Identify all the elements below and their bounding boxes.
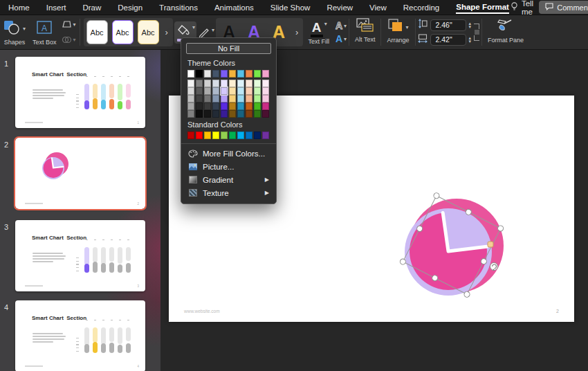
no-fill-button[interactable]: No Fill xyxy=(186,43,271,54)
theme-tint-swatch[interactable] xyxy=(187,87,194,95)
theme-tint-swatch[interactable] xyxy=(237,80,244,87)
standard-color-swatch[interactable] xyxy=(246,132,252,139)
theme-tint-swatch[interactable] xyxy=(204,80,211,87)
theme-tint-swatch[interactable] xyxy=(221,95,228,102)
text-effects-button[interactable]: A ▾ xyxy=(336,34,347,44)
theme-tint-swatch[interactable] xyxy=(229,102,236,110)
theme-tint-swatch[interactable] xyxy=(196,80,203,87)
slide-thumbnail-2[interactable]: 2 xyxy=(15,138,145,209)
theme-tint-swatch[interactable] xyxy=(262,95,269,102)
theme-tint-swatch[interactable] xyxy=(229,95,236,102)
theme-tint-swatch[interactable] xyxy=(212,110,219,118)
theme-tint-swatch[interactable] xyxy=(237,102,244,110)
tell-me-button[interactable]: Tell me xyxy=(511,0,533,16)
menu-tab-view[interactable]: View xyxy=(369,1,387,13)
theme-tint-swatch[interactable] xyxy=(246,80,252,87)
standard-color-swatch[interactable] xyxy=(212,132,219,139)
theme-color-swatch[interactable] xyxy=(254,70,261,78)
standard-color-swatch[interactable] xyxy=(254,132,261,139)
arrange-button[interactable]: ▾ Arrange xyxy=(383,15,412,49)
standard-color-swatch[interactable] xyxy=(237,132,244,139)
menu-tab-shape-format[interactable]: Shape Format xyxy=(456,1,509,14)
edit-shape-button[interactable]: ▾ xyxy=(62,19,76,31)
theme-tint-swatch[interactable] xyxy=(246,87,252,95)
theme-tint-swatch[interactable] xyxy=(212,95,219,102)
adjustment-handle[interactable] xyxy=(488,242,493,247)
theme-tint-swatch[interactable] xyxy=(262,110,269,118)
theme-tint-swatch[interactable] xyxy=(254,80,261,87)
theme-tint-swatch[interactable] xyxy=(229,87,236,95)
text-outline-button[interactable]: A ▾ xyxy=(336,21,347,30)
theme-tint-swatch[interactable] xyxy=(221,102,228,110)
theme-tint-swatch[interactable] xyxy=(196,110,203,118)
theme-tint-swatch[interactable] xyxy=(237,95,244,102)
shape-style-preset-1[interactable]: Abc xyxy=(86,20,108,44)
theme-tint-swatch[interactable] xyxy=(204,110,211,118)
lock-aspect-ratio-button[interactable] xyxy=(474,24,479,41)
merge-shapes-button[interactable]: ▾ xyxy=(62,34,76,46)
format-pane-button[interactable]: Format Pane xyxy=(484,15,527,49)
theme-tint-swatch[interactable] xyxy=(204,95,211,102)
theme-tint-swatch[interactable] xyxy=(237,110,244,118)
gallery-expand-icon[interactable]: › xyxy=(163,27,170,37)
alt-text-button[interactable]: Alt Text xyxy=(351,15,378,49)
theme-tint-swatch[interactable] xyxy=(204,87,211,95)
standard-color-swatch[interactable] xyxy=(262,132,269,139)
fill-menu-item-picture[interactable]: Picture... xyxy=(181,160,276,173)
fill-menu-item-more-fill-colors[interactable]: More Fill Colors... xyxy=(181,147,276,160)
theme-tint-swatch[interactable] xyxy=(246,95,252,102)
slide-thumbnail-3[interactable]: Smart Chart Section3 xyxy=(15,220,145,291)
shape-width-field[interactable]: 2.42" xyxy=(430,34,466,46)
menu-tab-draw[interactable]: Draw xyxy=(82,1,101,13)
menu-tab-animations[interactable]: Animations xyxy=(214,1,254,13)
theme-tint-swatch[interactable] xyxy=(187,102,194,110)
theme-tint-swatch[interactable] xyxy=(237,87,244,95)
theme-color-swatch[interactable] xyxy=(187,70,194,78)
theme-tint-swatch[interactable] xyxy=(196,102,203,110)
standard-color-swatch[interactable] xyxy=(204,132,211,139)
theme-tint-swatch[interactable] xyxy=(246,110,252,118)
theme-color-swatch[interactable] xyxy=(262,70,269,78)
theme-tint-swatch[interactable] xyxy=(254,87,261,95)
theme-tint-swatch[interactable] xyxy=(262,102,269,110)
shape-style-preset-3[interactable]: Abc xyxy=(138,20,159,44)
theme-tint-swatch[interactable] xyxy=(221,110,228,118)
theme-tint-swatch[interactable] xyxy=(187,110,194,118)
fill-menu-item-gradient[interactable]: Gradient▶ xyxy=(181,173,276,186)
theme-color-swatch[interactable] xyxy=(237,70,244,78)
text-box-button[interactable]: A Text Box xyxy=(29,17,60,48)
menu-tab-review[interactable]: Review xyxy=(327,1,353,13)
theme-color-swatch[interactable] xyxy=(196,70,203,78)
theme-tint-swatch[interactable] xyxy=(262,87,269,95)
comments-button[interactable]: Comments xyxy=(539,1,588,14)
menu-tab-slide-show[interactable]: Slide Show xyxy=(270,1,311,13)
shape-style-preset-2[interactable]: Abc xyxy=(112,20,134,44)
theme-color-swatch[interactable] xyxy=(246,70,252,78)
height-stepper[interactable]: ▴▾ xyxy=(469,21,472,28)
theme-tint-swatch[interactable] xyxy=(204,102,211,110)
theme-color-swatch[interactable] xyxy=(229,70,236,78)
standard-color-swatch[interactable] xyxy=(229,132,236,139)
shape-height-field[interactable]: 2.46" xyxy=(430,19,466,31)
standard-color-swatch[interactable] xyxy=(221,132,228,139)
theme-tint-swatch[interactable] xyxy=(229,80,236,87)
width-stepper[interactable]: ▴▾ xyxy=(469,36,472,43)
menu-tab-design[interactable]: Design xyxy=(118,1,143,13)
theme-color-swatch[interactable] xyxy=(221,70,228,78)
theme-tint-swatch[interactable] xyxy=(254,95,261,102)
menu-tab-transitions[interactable]: Transitions xyxy=(159,1,198,13)
menu-tab-insert[interactable]: Insert xyxy=(46,1,66,13)
theme-tint-swatch[interactable] xyxy=(262,80,269,87)
slide-thumbnail-4[interactable]: Smart Chart Section4 xyxy=(15,300,145,371)
theme-tint-swatch[interactable] xyxy=(196,95,203,102)
theme-tint-swatch[interactable] xyxy=(246,102,252,110)
pie-chart-shape-group[interactable] xyxy=(389,185,513,306)
standard-color-swatch[interactable] xyxy=(187,132,194,139)
theme-tint-swatch[interactable] xyxy=(187,95,194,102)
theme-tint-swatch[interactable] xyxy=(221,87,228,95)
theme-tint-swatch[interactable] xyxy=(187,80,194,87)
theme-tint-swatch[interactable] xyxy=(212,87,219,95)
shapes-button[interactable]: ▾ Shapes xyxy=(0,17,29,48)
theme-color-swatch[interactable] xyxy=(204,70,211,78)
theme-tint-swatch[interactable] xyxy=(221,80,228,87)
